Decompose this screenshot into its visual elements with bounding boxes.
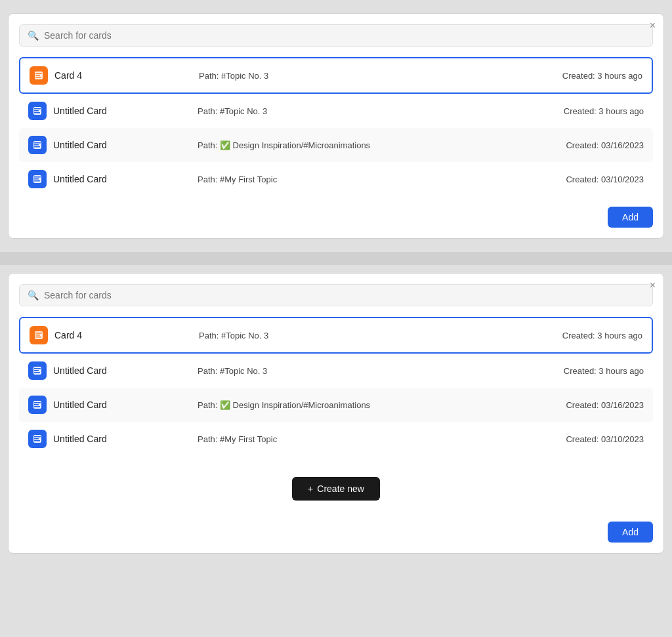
card-created: Created: 03/10/2023 <box>526 175 644 184</box>
card-path: Path: #Topic No. 3 <box>198 366 526 376</box>
svg-rect-29 <box>34 436 41 438</box>
card-name: Card 4 <box>54 70 199 81</box>
plus-icon: + <box>308 483 313 494</box>
card-path: Path: #Topic No. 3 <box>199 331 524 340</box>
card-path: Path: #Topic No. 3 <box>199 71 524 81</box>
card-created: Created: 3 hours ago <box>526 366 644 376</box>
panel-2: × 🔍 Card 4Path: #Topic No. 3Created: 3 h… <box>8 273 664 554</box>
search-bar-1: 🔍 <box>19 24 653 47</box>
svg-rect-15 <box>34 180 40 182</box>
card-row[interactable]: Untitled CardPath: ✅ Design Inspiration/… <box>19 388 653 422</box>
svg-rect-5 <box>34 108 41 110</box>
card-row[interactable]: Untitled CardPath: #Topic No. 3Created: … <box>19 94 653 128</box>
svg-rect-7 <box>34 112 40 113</box>
card-row[interactable]: Card 4Path: #Topic No. 3Created: 3 hours… <box>19 317 653 354</box>
close-button-2[interactable]: × <box>650 280 656 291</box>
card-path: Path: ✅ Design Inspiration/#Microanimati… <box>198 400 526 410</box>
card-path: Path: #My First Topic <box>198 434 526 444</box>
card-name: Untitled Card <box>53 140 198 150</box>
svg-rect-10 <box>34 144 39 146</box>
svg-rect-6 <box>34 110 39 112</box>
svg-rect-22 <box>34 370 39 371</box>
card-icon <box>28 396 47 414</box>
card-name: Untitled Card <box>53 106 198 116</box>
card-created: Created: 03/16/2023 <box>526 400 644 410</box>
svg-rect-9 <box>34 142 41 144</box>
panel-footer-1: Add <box>19 207 653 228</box>
card-created: Created: 3 hours ago <box>524 331 642 340</box>
svg-rect-2 <box>35 75 40 76</box>
svg-rect-3 <box>35 77 41 78</box>
search-icon-1: 🔍 <box>28 30 39 41</box>
card-name: Untitled Card <box>53 400 198 410</box>
card-icon <box>30 66 48 85</box>
svg-rect-31 <box>34 440 40 442</box>
svg-rect-18 <box>35 335 40 336</box>
panel-footer-2: Add <box>19 522 653 543</box>
card-list-1: Card 4Path: #Topic No. 3Created: 3 hours… <box>19 57 653 196</box>
card-name: Card 4 <box>54 330 199 340</box>
svg-rect-14 <box>34 178 39 180</box>
svg-rect-23 <box>34 372 40 373</box>
search-bar-2: 🔍 <box>19 284 653 306</box>
svg-rect-1 <box>35 73 42 74</box>
panel-1: × 🔍 Card 4Path: #Topic No. 3Created: 3 h… <box>8 13 664 239</box>
close-button-1[interactable]: × <box>650 20 656 31</box>
card-created: Created: 3 hours ago <box>524 71 642 81</box>
svg-rect-13 <box>34 176 41 178</box>
card-created: Created: 03/10/2023 <box>526 434 644 444</box>
create-new-button[interactable]: + Create new <box>292 477 380 501</box>
create-new-label: Create new <box>317 483 364 494</box>
svg-rect-19 <box>35 337 41 338</box>
svg-rect-17 <box>35 333 42 334</box>
card-row[interactable]: Untitled CardPath: #Topic No. 3Created: … <box>19 354 653 388</box>
card-icon <box>28 102 47 120</box>
svg-rect-26 <box>34 404 39 405</box>
add-button-2[interactable]: Add <box>608 522 653 543</box>
card-icon <box>28 430 47 448</box>
search-input-1[interactable] <box>44 30 644 41</box>
card-created: Created: 3 hours ago <box>526 106 644 116</box>
card-row[interactable]: Card 4Path: #Topic No. 3Created: 3 hours… <box>19 57 653 94</box>
search-icon-2: 🔍 <box>28 290 39 300</box>
card-path: Path: ✅ Design Inspiration/#Microanimati… <box>198 140 526 150</box>
svg-rect-11 <box>34 146 40 148</box>
card-row[interactable]: Untitled CardPath: #My First TopicCreate… <box>19 422 653 456</box>
card-row[interactable]: Untitled CardPath: #My First TopicCreate… <box>19 162 653 196</box>
card-row[interactable]: Untitled CardPath: ✅ Design Inspiration/… <box>19 128 653 162</box>
card-path: Path: #My First Topic <box>198 175 526 184</box>
card-icon <box>28 170 47 188</box>
svg-rect-27 <box>34 406 40 407</box>
add-button-1[interactable]: Add <box>608 207 653 228</box>
card-created: Created: 03/16/2023 <box>526 140 644 150</box>
divider <box>0 252 672 265</box>
card-name: Untitled Card <box>53 365 198 376</box>
card-icon <box>28 136 47 154</box>
svg-rect-25 <box>34 402 41 403</box>
svg-rect-21 <box>34 368 41 369</box>
card-path: Path: #Topic No. 3 <box>198 106 526 116</box>
card-name: Untitled Card <box>53 434 198 444</box>
card-icon <box>30 326 48 344</box>
card-icon <box>28 361 47 380</box>
search-input-2[interactable] <box>44 290 644 300</box>
card-name: Untitled Card <box>53 174 198 184</box>
card-list-2: Card 4Path: #Topic No. 3Created: 3 hours… <box>19 317 653 456</box>
svg-rect-30 <box>34 438 39 440</box>
